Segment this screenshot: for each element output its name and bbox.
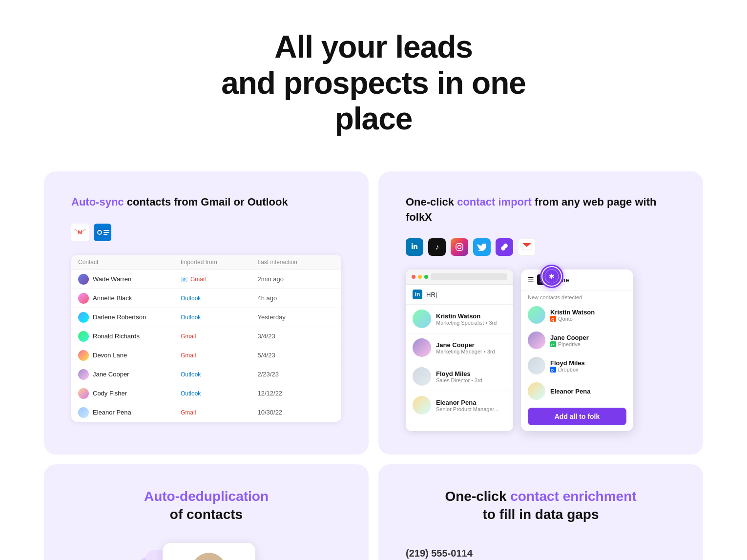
svg-text:D: D bbox=[551, 369, 554, 372]
phone-number-1: (219) 555-0114 bbox=[406, 543, 676, 560]
gmail-source-icon: 📧 bbox=[181, 276, 187, 283]
enrichment-title: One-click contact enrichment to fill in … bbox=[406, 488, 676, 523]
tiktok-icon: ♪ bbox=[428, 238, 446, 256]
svg-text:📧: 📧 bbox=[181, 276, 187, 283]
svg-text:Q: Q bbox=[551, 317, 554, 322]
enrichment-card: One-click contact enrichment to fill in … bbox=[378, 464, 703, 560]
qonto-logo: Q bbox=[550, 316, 556, 322]
browser-dot-yellow bbox=[418, 275, 422, 279]
li-contact-item: Jane Cooper Marketing Manager • 3rd bbox=[406, 333, 513, 362]
hamburger-icon: ☰ bbox=[528, 276, 534, 284]
svg-rect-8 bbox=[104, 232, 109, 233]
table-row: Cody Fisher Outlook 12/12/22 bbox=[71, 384, 341, 403]
svg-point-12 bbox=[458, 246, 461, 249]
gmail-icon: M bbox=[71, 224, 89, 241]
folkx-card: One-click contact import from any web pa… bbox=[378, 171, 703, 455]
hero-section: All your leads and prospects in one plac… bbox=[0, 0, 747, 157]
avatar bbox=[413, 367, 431, 386]
avatar bbox=[528, 382, 545, 400]
dedup-visual: Brooklyn Simmons Marketing Manager bbox=[71, 543, 341, 560]
svg-point-6 bbox=[98, 231, 101, 234]
dedup-avatar bbox=[192, 553, 226, 560]
top-grid: Auto-sync contacts from Gmail or Outlook… bbox=[0, 166, 747, 460]
pipedrive-logo: P bbox=[550, 341, 556, 347]
table-row: Jane Cooper Outlook 2/23/23 bbox=[71, 365, 341, 384]
linkedin-icon bbox=[406, 238, 423, 256]
folk-popup: ☰ A Acme New contacts detected Kristin W… bbox=[521, 270, 633, 431]
social-icons-row: ♪ bbox=[406, 238, 676, 256]
dedup-card: Auto-deduplication of contacts Brooklyn … bbox=[44, 464, 369, 560]
gmail-social-icon bbox=[518, 238, 536, 256]
avatar bbox=[413, 338, 431, 357]
li-contact-item: Floyd Miles Sales Director • 3rd bbox=[406, 362, 513, 391]
hero-title: All your leads and prospects in one plac… bbox=[10, 29, 737, 137]
add-all-to-folk-button[interactable]: Add all to folk bbox=[528, 408, 626, 425]
table-row: Darlene Robertson Outlook Yesterday bbox=[71, 308, 341, 327]
table-row: Devon Lane Gmail 5/4/23 bbox=[71, 346, 341, 365]
li-contact-item: Eleanor Pena Senior Product Manager... bbox=[406, 391, 513, 419]
svg-text:M: M bbox=[78, 229, 82, 235]
browser-bar bbox=[406, 270, 513, 285]
popup-contact-item: Kristin Watson Q Qonto bbox=[521, 302, 633, 328]
popup-contact-item: Floyd Miles D Dropbox bbox=[521, 353, 633, 378]
contact-table: Contact Imported from Last interaction W… bbox=[71, 255, 341, 422]
browser-dot-green bbox=[424, 275, 428, 279]
svg-text:P: P bbox=[551, 343, 554, 347]
popup-header: ☰ A Acme bbox=[521, 270, 633, 290]
avatar bbox=[413, 396, 431, 415]
table-row: Ronald Richards Gmail 3/4/23 bbox=[71, 327, 341, 346]
popup-contact-item: Jane Cooper P Pipedrive bbox=[521, 328, 633, 353]
dropbox-logo: D bbox=[550, 367, 556, 373]
autosync-icons: M bbox=[71, 224, 341, 241]
browser-dot-red bbox=[412, 275, 415, 279]
outlook-icon bbox=[94, 224, 111, 241]
avatar bbox=[528, 357, 545, 374]
new-contacts-label: New contacts detected bbox=[521, 290, 633, 302]
svg-rect-9 bbox=[104, 234, 107, 235]
avatar bbox=[78, 407, 89, 418]
avatar bbox=[78, 350, 89, 361]
table-row: Annette Black Outlook 4h ago bbox=[71, 289, 341, 308]
autosync-title: Auto-sync contacts from Gmail or Outlook bbox=[71, 195, 341, 210]
dedup-main-card: Brooklyn Simmons Marketing Manager bbox=[163, 543, 255, 560]
autosync-card: Auto-sync contacts from Gmail or Outlook… bbox=[44, 171, 369, 455]
web-link-icon bbox=[496, 238, 513, 256]
folkx-cursor: ✱ bbox=[540, 265, 563, 288]
folkx-title: One-click contact import from any web pa… bbox=[406, 195, 676, 225]
popup-contact-item: Eleanor Pena bbox=[521, 378, 633, 404]
linkedin-logo: in bbox=[413, 290, 422, 299]
svg-text:✱: ✱ bbox=[549, 272, 555, 280]
avatar bbox=[78, 388, 89, 399]
avatar bbox=[78, 331, 89, 342]
dedup-title: Auto-deduplication of contacts bbox=[71, 488, 341, 523]
instagram-icon bbox=[451, 238, 468, 256]
table-row: Wade Warren 📧 Gmail 2min ago bbox=[71, 270, 341, 289]
svg-point-13 bbox=[461, 245, 462, 246]
avatar bbox=[528, 306, 545, 324]
li-contact-item: Kristin Watson Marketing Specialist • 3r… bbox=[406, 305, 513, 333]
avatar bbox=[78, 312, 89, 323]
avatar bbox=[413, 310, 431, 328]
enrichment-visual: (219) 555-0114 (270) 555-0117 ↕ bbox=[406, 543, 676, 560]
avatar bbox=[78, 293, 89, 304]
svg-rect-7 bbox=[104, 230, 109, 231]
linkedin-search-bar: in HR| bbox=[406, 285, 513, 305]
linkedin-panel: in HR| Kristin Watson Marketing Speciali… bbox=[406, 270, 513, 431]
avatar bbox=[78, 274, 89, 285]
bottom-grid: Auto-deduplication of contacts Brooklyn … bbox=[0, 459, 747, 560]
avatar bbox=[78, 369, 89, 380]
url-bar bbox=[431, 273, 507, 280]
table-header: Contact Imported from Last interaction bbox=[71, 255, 341, 270]
twitter-icon bbox=[473, 238, 491, 256]
table-row: Eleanor Pena Gmail 10/30/22 bbox=[71, 403, 341, 422]
browser-mockup: in HR| Kristin Watson Marketing Speciali… bbox=[406, 270, 676, 431]
avatar bbox=[528, 332, 545, 349]
